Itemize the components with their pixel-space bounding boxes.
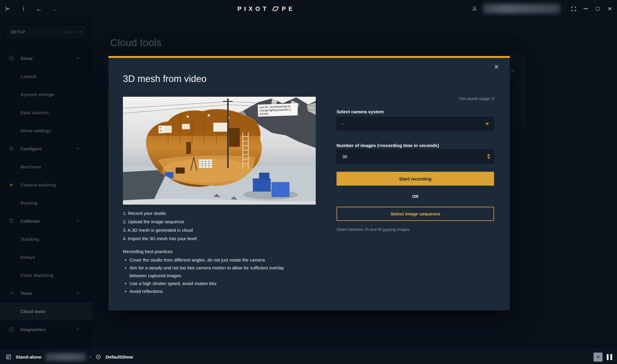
number-of-images-label: Number of images (≈recording time in sec…: [337, 143, 439, 148]
modal-controls: This month usage: 0 Select camera system…: [337, 58, 494, 310]
topbar-left: ← →: [4, 5, 58, 12]
kebab-menu-icon[interactable]: [20, 5, 27, 12]
close-window-button[interactable]: ✕: [606, 5, 613, 12]
stepper-down-icon[interactable]: [487, 157, 490, 159]
statusbar-right: ✕: [594, 353, 612, 362]
step-2: 2. Upload the image sequence: [123, 218, 316, 226]
or-separator: OR: [337, 194, 494, 199]
mesh-preview-image: Use BP_SceneSettings to change lighting …: [123, 97, 316, 205]
practice-item: Avoid reflections: [123, 287, 287, 295]
sequence-hint-text: Select between 20 and 60 jpg/png images: [337, 227, 409, 232]
scene-sign-text: Use BP_SceneSettings to change lighting …: [258, 103, 298, 117]
mode-label[interactable]: Stand-alone: [16, 354, 42, 359]
stop-output-button[interactable]: ✕: [594, 353, 603, 362]
mesh-from-video-modal: ✕ 3D mesh from video: [108, 56, 510, 310]
logo-text-right: PE: [282, 5, 295, 12]
collapse-sidebar-icon[interactable]: [4, 5, 11, 12]
select-image-sequence-button[interactable]: Select image sequence: [337, 207, 494, 221]
pixotope-app: ← → PIXOT PE ✕: [0, 0, 617, 364]
forward-arrow-icon[interactable]: →: [51, 5, 58, 12]
number-of-images-input[interactable]: [342, 154, 459, 159]
camera-system-value: -: [342, 121, 343, 127]
standalone-icon: [5, 353, 12, 361]
step-4: 4. Import the 3D mesh into your level: [123, 234, 316, 243]
pixotope-logo: PIXOT PE: [237, 5, 295, 13]
topbar-right: ✕: [471, 0, 613, 17]
breadcrumb-separator: ›: [89, 354, 91, 360]
camera-system-label: Select camera system: [337, 109, 384, 114]
start-recording-button[interactable]: Start recording: [337, 172, 494, 186]
scene-sign-small: Bl Va: [158, 126, 164, 133]
current-show-label[interactable]: DefaultShow: [106, 354, 133, 359]
best-practices-title: Recording best practices: [123, 249, 173, 254]
fullscreen-icon[interactable]: [570, 5, 577, 12]
practice-item: Use a high shutter speed, avoid motion b…: [123, 280, 287, 287]
practice-item: Aim for a steady and not too fast camera…: [123, 264, 287, 280]
step-1: 1. Record your studio: [123, 209, 316, 218]
minimize-button[interactable]: [582, 5, 589, 12]
month-usage-text: This month usage: 0: [459, 96, 494, 101]
best-practices-list: Cover the studio from different angles, …: [123, 256, 287, 295]
show-icon: [95, 353, 102, 361]
chevron-down-icon: [485, 123, 489, 125]
logo-text-left: PIXOT: [237, 5, 269, 12]
stepper-up-icon[interactable]: [487, 154, 490, 156]
practice-item: Cover the studio from different angles, …: [123, 256, 287, 264]
back-arrow-icon[interactable]: ←: [36, 5, 43, 12]
pause-button[interactable]: [607, 354, 612, 360]
topbar: ← → PIXOT PE ✕: [0, 0, 617, 17]
topbar-divider: [565, 4, 565, 14]
camera-system-select[interactable]: -: [337, 117, 494, 131]
statusbar: Stand-alone › DefaultShow ✕: [0, 350, 617, 364]
number-stepper: [487, 154, 490, 159]
maximize-button[interactable]: [594, 5, 601, 12]
account-icon[interactable]: [471, 5, 478, 12]
atom-icon: [271, 5, 279, 13]
workflow-steps: 1. Record your studio 2. Upload the imag…: [123, 209, 316, 243]
number-of-images-field: [337, 149, 494, 163]
step-3: 3. A 3D mesh is generated in cloud: [123, 226, 316, 234]
account-name-blurred: [483, 4, 560, 14]
modal-title: 3D mesh from video: [123, 74, 206, 84]
machine-name-blurred: [45, 353, 86, 361]
